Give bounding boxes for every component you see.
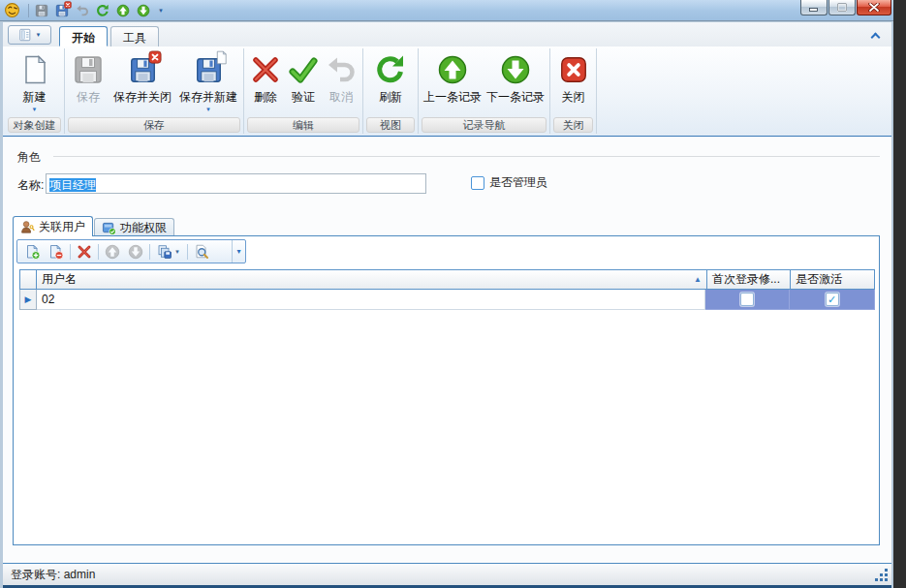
new-dropdown-icon: ▼ bbox=[32, 106, 38, 113]
cancel-button[interactable]: 取消 bbox=[323, 48, 360, 116]
export-dropdown-icon: ▼ bbox=[174, 249, 180, 255]
name-label: 名称: bbox=[17, 177, 44, 194]
link-remove-icon[interactable] bbox=[45, 242, 68, 262]
qat-save-and-close-icon[interactable] bbox=[53, 2, 70, 18]
close-window-button[interactable] bbox=[857, 0, 891, 15]
move-down-icon[interactable] bbox=[124, 242, 147, 262]
users-grid: 用户名 ▲ 首次登录修... 是否激活 ▶ 02 ✓ bbox=[19, 269, 875, 310]
ribbon-tab-tools[interactable]: 工具 bbox=[110, 26, 159, 46]
move-up-icon[interactable] bbox=[101, 242, 124, 262]
minimize-button[interactable] bbox=[800, 0, 828, 15]
permission-icon bbox=[102, 221, 116, 235]
cell-first-login[interactable] bbox=[705, 290, 790, 310]
cell-username[interactable]: 02 bbox=[37, 290, 705, 310]
new-document-icon bbox=[19, 52, 50, 87]
link-add-icon[interactable] bbox=[21, 242, 45, 262]
green-down-circle-icon bbox=[500, 52, 531, 87]
application-window: ▼ ▼ 开始 工具 新建 ▼ bbox=[0, 0, 893, 588]
floppy-disk-icon bbox=[73, 52, 104, 87]
appmenu-dropdown-icon: ▼ bbox=[36, 32, 42, 38]
green-check-icon bbox=[288, 52, 319, 87]
save-and-close-button[interactable]: 保存并关闭 bbox=[109, 48, 175, 116]
delete-button[interactable]: 删除 bbox=[247, 48, 285, 116]
ribbon: 新建 ▼ 对象创建 保存 bbox=[3, 46, 891, 137]
grid-header-indicator bbox=[19, 269, 37, 290]
previous-record-button[interactable]: 上一条记录 bbox=[422, 48, 484, 116]
ribbon-group-close: 关闭 关闭 bbox=[550, 48, 597, 134]
save-button[interactable]: 保存 bbox=[67, 48, 109, 116]
qat-previous-record-icon[interactable] bbox=[114, 2, 131, 18]
grid-header-username[interactable]: 用户名 ▲ bbox=[37, 269, 707, 290]
sort-asc-icon: ▲ bbox=[694, 275, 702, 284]
tab-function-permissions[interactable]: 功能权限 bbox=[94, 218, 174, 236]
role-group-line bbox=[53, 156, 880, 157]
delete-row-icon[interactable] bbox=[73, 242, 96, 262]
admin-checkbox-label: 是否管理员 bbox=[489, 174, 547, 191]
qat-customize-dropdown-icon[interactable]: ▼ bbox=[155, 8, 167, 14]
linked-users-panel: ▼ ▾ 用户名 ▲ 首次登录修... 是否激活 bbox=[13, 235, 880, 545]
group-caption-record-navigation: 记录导航 bbox=[422, 117, 547, 133]
red-close-box-icon bbox=[560, 52, 587, 87]
maximize-button[interactable] bbox=[828, 0, 856, 15]
tab-linked-users[interactable]: 关联用户 bbox=[13, 216, 93, 236]
workspace: 角色 名称: 项目经理 是否管理员 关联用户 功能权限 bbox=[3, 137, 891, 563]
refresh-button[interactable]: 刷新 bbox=[367, 48, 414, 116]
ribbon-group-save: 保存 保存并关闭 保存并新建 bbox=[65, 48, 244, 134]
app-frame: ▼ 开始 工具 新建 ▼ 对象创建 bbox=[3, 22, 891, 588]
app-icon[interactable] bbox=[4, 2, 20, 18]
group-caption-view: 视图 bbox=[366, 117, 415, 133]
export-icon[interactable]: ▼ bbox=[152, 242, 185, 262]
qat-next-record-icon[interactable] bbox=[135, 2, 151, 18]
qat-save-icon[interactable] bbox=[33, 2, 49, 18]
link-toolbar: ▼ ▾ bbox=[16, 239, 246, 263]
ribbon-group-object-create: 新建 ▼ 对象创建 bbox=[5, 48, 65, 134]
save-and-new-button[interactable]: 保存并新建 ▼ bbox=[175, 48, 241, 116]
qat-separator bbox=[28, 4, 29, 17]
group-caption-edit: 编辑 bbox=[247, 117, 359, 133]
resize-grip[interactable] bbox=[874, 568, 889, 582]
name-input-selected-text: 项目经理 bbox=[49, 178, 96, 192]
grid-header-row: 用户名 ▲ 首次登录修... 是否激活 bbox=[19, 269, 875, 290]
next-record-button[interactable]: 下一条记录 bbox=[484, 48, 547, 116]
ribbon-tab-row: ▼ 开始 工具 bbox=[3, 22, 891, 46]
toolbar-separator bbox=[187, 244, 188, 260]
statusbar: 登录账号: admin bbox=[3, 563, 891, 588]
qat-undo-icon[interactable] bbox=[74, 2, 90, 18]
is-active-checkbox[interactable]: ✓ bbox=[826, 293, 839, 306]
titlebar: ▼ bbox=[0, 0, 893, 21]
grid-row[interactable]: ▶ 02 ✓ bbox=[19, 290, 875, 310]
grid-header-is-active[interactable]: 是否激活 bbox=[790, 269, 875, 290]
ribbon-group-edit: 删除 验证 取消 编辑 bbox=[244, 48, 363, 134]
detail-tab-strip: 关联用户 功能权限 bbox=[13, 216, 175, 236]
ribbon-tab-start[interactable]: 开始 bbox=[59, 26, 108, 46]
ribbon-group-record-navigation: 上一条记录 下一条记录 记录导航 bbox=[419, 48, 550, 134]
close-button[interactable]: 关闭 bbox=[553, 48, 594, 116]
admin-checkbox[interactable] bbox=[471, 176, 484, 190]
red-x-icon bbox=[250, 52, 281, 87]
login-account-text: 登录账号: admin bbox=[11, 567, 95, 583]
find-icon[interactable] bbox=[190, 242, 213, 262]
window-controls bbox=[800, 0, 891, 15]
ribbon-group-view: 刷新 视图 bbox=[363, 48, 419, 134]
toolbar-overflow-icon[interactable]: ▾ bbox=[232, 240, 245, 263]
undo-arrow-icon bbox=[326, 52, 357, 87]
group-caption-save: 保存 bbox=[68, 117, 240, 133]
admin-checkbox-row: 是否管理员 bbox=[471, 174, 547, 191]
toolbar-separator bbox=[70, 244, 71, 260]
cell-is-active[interactable]: ✓ bbox=[790, 290, 875, 310]
floppy-new-icon bbox=[195, 52, 223, 87]
validate-button[interactable]: 验证 bbox=[285, 48, 323, 116]
group-caption-close: 关闭 bbox=[553, 117, 593, 133]
quick-access-toolbar: ▼ bbox=[28, 2, 167, 18]
role-group-title: 角色 bbox=[17, 149, 41, 166]
row-indicator-icon: ▶ bbox=[19, 290, 37, 310]
application-menu-button[interactable]: ▼ bbox=[8, 25, 51, 45]
qat-refresh-icon[interactable] bbox=[94, 2, 110, 18]
name-input[interactable]: 项目经理 bbox=[46, 173, 426, 194]
floppy-close-icon bbox=[129, 52, 157, 87]
group-caption-object-create: 对象创建 bbox=[8, 117, 61, 133]
grid-header-first-login[interactable]: 首次登录修... bbox=[706, 269, 791, 290]
new-button[interactable]: 新建 ▼ bbox=[9, 48, 61, 116]
collapse-ribbon-icon[interactable] bbox=[872, 31, 882, 41]
first-login-checkbox[interactable] bbox=[740, 293, 754, 306]
